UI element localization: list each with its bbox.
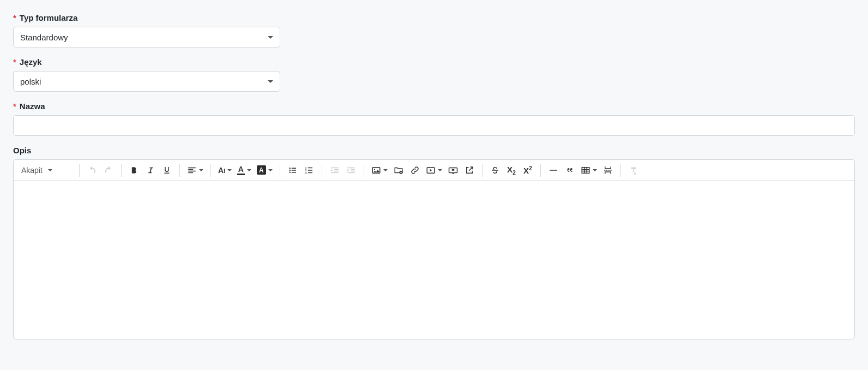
redo-button[interactable]: [101, 163, 116, 178]
chevron-down-icon: [48, 169, 52, 171]
svg-point-13: [374, 169, 375, 170]
highlight-icon: A: [257, 165, 266, 175]
insert-file-button[interactable]: [391, 163, 406, 178]
page-break-icon: [603, 165, 613, 175]
name-input[interactable]: [20, 116, 848, 135]
clear-format-icon: [629, 165, 638, 175]
insert-link-button[interactable]: [407, 163, 423, 178]
language-select[interactable]: polski: [13, 71, 280, 92]
numbered-list-icon: 123: [304, 165, 314, 175]
horizontal-rule-button[interactable]: [546, 163, 561, 178]
toolbar-separator: [540, 164, 541, 177]
insert-table-button[interactable]: [578, 163, 599, 178]
chevron-down-icon: [247, 169, 251, 171]
bullet-list-icon: [288, 165, 298, 175]
external-link-icon: [465, 165, 474, 175]
form-type-value: Standardowy: [20, 33, 68, 42]
chevron-down-icon: [383, 169, 388, 171]
block-format-select[interactable]: Akapit: [17, 166, 77, 175]
language-value: polski: [20, 77, 41, 86]
svg-rect-9: [308, 170, 312, 171]
field-description: Opis Akapit: [13, 146, 855, 339]
undo-icon: [87, 165, 97, 175]
chevron-down-icon: [593, 169, 597, 171]
strikethrough-button[interactable]: [487, 163, 503, 178]
svg-point-2: [289, 169, 290, 170]
table-icon: [581, 165, 590, 175]
strikethrough-icon: [490, 165, 500, 175]
caret-down-icon: [268, 36, 273, 39]
toolbar-separator: [121, 164, 122, 177]
field-language: Język polski: [13, 57, 855, 92]
block-format-value: Akapit: [21, 166, 43, 175]
indent-icon: [346, 165, 356, 175]
toolbar-separator: [280, 164, 280, 177]
description-label: Opis: [13, 146, 855, 155]
insert-video-button[interactable]: [424, 163, 444, 178]
video-icon: [426, 165, 436, 175]
language-label: Język: [13, 57, 855, 67]
blockquote-button[interactable]: [562, 163, 577, 178]
font-size-icon: AI: [218, 166, 225, 175]
svg-rect-3: [292, 170, 296, 171]
iframe-icon: [448, 165, 458, 175]
italic-button[interactable]: [143, 163, 158, 178]
bullet-list-button[interactable]: [285, 163, 300, 178]
undo-button[interactable]: [85, 163, 100, 178]
highlight-button[interactable]: A: [255, 163, 275, 178]
svg-text:3: 3: [305, 171, 306, 174]
toolbar-separator: [364, 164, 364, 177]
toolbar-separator: [322, 164, 322, 177]
svg-rect-5: [292, 172, 296, 173]
link-icon: [410, 165, 420, 175]
superscript-button[interactable]: X2: [520, 163, 535, 178]
toolbar-separator: [620, 164, 621, 177]
superscript-icon: X2: [523, 165, 532, 175]
quote-icon: [565, 165, 575, 175]
underline-button[interactable]: [159, 163, 174, 178]
svg-point-4: [289, 171, 290, 172]
bold-icon: [129, 165, 139, 175]
chevron-down-icon: [227, 169, 232, 171]
redo-icon: [104, 165, 113, 175]
field-name: Nazwa: [13, 102, 855, 136]
svg-rect-17: [452, 169, 455, 170]
font-size-button[interactable]: AI: [216, 163, 234, 178]
chevron-down-icon: [199, 169, 203, 171]
outdent-button[interactable]: [327, 163, 342, 178]
rich-text-editor: Akapit: [13, 159, 855, 339]
horizontal-rule-icon: [548, 165, 558, 175]
toolbar-separator: [179, 164, 180, 177]
insert-iframe-button[interactable]: [445, 163, 461, 178]
align-left-icon: [187, 165, 197, 175]
svg-rect-18: [550, 170, 557, 171]
chevron-down-icon: [268, 169, 273, 171]
indent-button[interactable]: [343, 163, 359, 178]
toolbar-separator: [210, 164, 211, 177]
name-label: Nazwa: [13, 102, 855, 111]
font-color-icon: A: [237, 165, 245, 175]
font-color-button[interactable]: A: [235, 163, 254, 178]
form-type-label: Typ formularza: [13, 13, 855, 22]
editor-content-area[interactable]: [14, 181, 854, 339]
open-external-button[interactable]: [462, 163, 477, 178]
folder-plus-icon: [394, 165, 403, 175]
numbered-list-button[interactable]: 123: [302, 163, 317, 178]
outdent-icon: [330, 165, 340, 175]
underline-icon: [162, 165, 172, 175]
form-type-select[interactable]: Standardowy: [13, 27, 280, 47]
image-icon: [371, 165, 381, 175]
name-input-wrap: [13, 115, 855, 136]
toolbar-separator: [482, 164, 483, 177]
insert-image-button[interactable]: [369, 163, 390, 178]
svg-rect-11: [308, 172, 312, 173]
page-break-button[interactable]: [600, 163, 616, 178]
subscript-button[interactable]: X2: [504, 163, 519, 178]
align-button[interactable]: [185, 163, 206, 178]
clear-formatting-button[interactable]: [626, 163, 641, 178]
svg-rect-7: [308, 167, 312, 168]
chevron-down-icon: [438, 169, 442, 171]
subscript-icon: X2: [507, 165, 516, 176]
bold-button[interactable]: [126, 163, 142, 178]
field-form-type: Typ formularza Standardowy: [13, 13, 855, 47]
